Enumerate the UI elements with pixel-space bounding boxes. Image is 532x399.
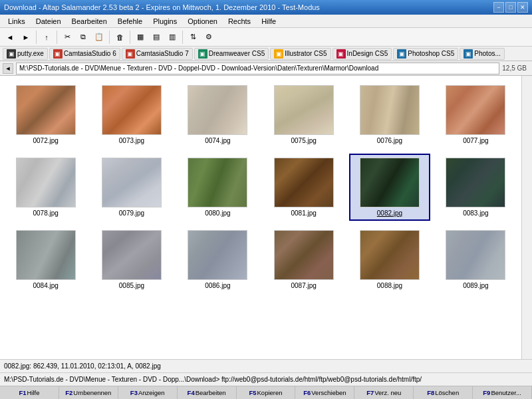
F2-label: Umbenennen xyxy=(73,389,111,396)
F4-label: Bearbeiten xyxy=(196,389,226,396)
scrollbar[interactable] xyxy=(521,76,532,359)
file-item-0082[interactable]: 0082.jpg xyxy=(349,154,430,221)
bookmark-photoshop[interactable]: ▣Photoshop CS5 xyxy=(393,48,458,60)
toolbar-sort[interactable]: ⇅ xyxy=(186,30,200,45)
file-item-0080[interactable]: 0080.jpg xyxy=(178,154,258,221)
F7-label: Verz. neu xyxy=(374,389,401,396)
toolbar-back[interactable]: ◄ xyxy=(3,30,17,45)
menu-item-rechts[interactable]: Rechts xyxy=(223,16,256,27)
file-item-0084[interactable]: 0084.jpg xyxy=(5,226,86,293)
F1-label: Hilfe xyxy=(27,389,39,396)
bookmark-photosX[interactable]: ▣Photos... xyxy=(460,48,504,60)
menu-item-hilfe[interactable]: Hilfe xyxy=(256,16,281,27)
file-label-0078: 0078.jpg xyxy=(33,209,58,217)
menu-item-dateien[interactable]: Dateien xyxy=(31,16,66,27)
toolbar-up[interactable]: ↑ xyxy=(39,30,54,45)
file-item-0077[interactable]: 0077.jpg xyxy=(436,81,516,148)
putty-label: putty.exe xyxy=(17,50,44,57)
file-item-0076[interactable]: 0076.jpg xyxy=(349,81,430,148)
menu-item-bearbeiten[interactable]: Bearbeiten xyxy=(66,16,112,27)
bookmarks-bar: ▣putty.exe▣CamtasiaStudio 6▣CamtasiaStud… xyxy=(0,47,532,61)
menu-item-optionen[interactable]: Optionen xyxy=(182,16,223,27)
bookmark-dreamweaver[interactable]: ▣Dreamweaver CS5 xyxy=(194,48,269,60)
toolbar-separator2 xyxy=(57,31,57,44)
bookmark-indesign[interactable]: ▣InDesign CS5 xyxy=(332,48,392,60)
file-thumb-0076 xyxy=(360,85,420,135)
toolbar-paste[interactable]: 📋 xyxy=(92,30,106,45)
toolbar-view1[interactable]: ▦ xyxy=(133,30,148,45)
maximize-button[interactable]: □ xyxy=(505,2,516,13)
main-area: 0072.jpg0073.jpg0074.jpg0075.jpg0076.jpg… xyxy=(0,76,532,359)
file-thumb-0081 xyxy=(274,158,334,207)
fn-key-f8[interactable]: F8Löschen xyxy=(414,386,473,399)
addr-nav-back[interactable]: ◄ xyxy=(3,63,13,74)
bookmark-putty[interactable]: ▣putty.exe xyxy=(3,48,48,60)
file-thumb-0073 xyxy=(102,85,162,135)
function-bar: F1HilfeF2UmbenennenF3AnzeigenF4Bearbeite… xyxy=(0,386,532,399)
address-input[interactable] xyxy=(16,63,499,74)
bookmark-camtasia7[interactable]: ▣CamtasiaStudio 7 xyxy=(122,48,193,60)
status-text2: M:\PSD-Tutorials.de - DVD\Menue - Textur… xyxy=(4,376,422,383)
file-label-0080: 0080.jpg xyxy=(205,209,230,217)
menu-item-plugins[interactable]: Plugins xyxy=(148,16,182,27)
toolbar-copy[interactable]: ⧉ xyxy=(76,30,90,45)
F9-label: Benutzer... xyxy=(491,389,521,396)
photosX-label: Photos... xyxy=(474,50,500,57)
F8-num: F8 xyxy=(427,389,434,396)
F8-label: Löschen xyxy=(435,389,459,396)
file-item-0078[interactable]: 0078.jpg xyxy=(5,154,86,221)
photoshop-label: Photoshop CS5 xyxy=(408,50,454,57)
photosX-icon: ▣ xyxy=(464,49,473,59)
toolbar-delete[interactable]: 🗑 xyxy=(112,30,127,45)
file-item-0072[interactable]: 0072.jpg xyxy=(5,81,86,148)
menu-item-befehle[interactable]: Befehle xyxy=(112,16,148,27)
fn-key-f4[interactable]: F4Bearbeiten xyxy=(178,386,237,399)
file-label-0087: 0087.jpg xyxy=(291,282,316,289)
file-item-0074[interactable]: 0074.jpg xyxy=(178,81,258,148)
file-thumb-0075 xyxy=(274,85,334,135)
file-label-0081: 0081.jpg xyxy=(291,209,316,217)
F5-num: F5 xyxy=(249,389,256,396)
file-thumb-0072 xyxy=(16,85,76,135)
file-thumb-0079 xyxy=(102,158,162,207)
camtasia6-label: CamtasiaStudio 6 xyxy=(64,50,116,57)
fn-key-f7[interactable]: F7Verz. neu xyxy=(354,386,414,399)
toolbar-view3[interactable]: ▥ xyxy=(165,30,180,45)
status-text1: 0082.jpg: 862.439, 11.01.2010, 02:13:01,… xyxy=(4,362,161,370)
toolbar-forward[interactable]: ► xyxy=(19,30,33,45)
file-label-0089: 0089.jpg xyxy=(463,282,488,289)
file-item-0089[interactable]: 0089.jpg xyxy=(436,226,516,293)
toolbar-filter[interactable]: ⚙ xyxy=(201,30,216,45)
fn-key-f1[interactable]: F1Hilfe xyxy=(0,386,59,399)
file-item-0075[interactable]: 0075.jpg xyxy=(263,81,344,148)
file-thumb-0089 xyxy=(446,230,505,280)
fn-key-f9[interactable]: F9Benutzer... xyxy=(473,386,532,399)
file-item-0088[interactable]: 0088.jpg xyxy=(349,226,430,293)
file-label-0076: 0076.jpg xyxy=(377,137,402,144)
bookmark-camtasia6[interactable]: ▣CamtasiaStudio 6 xyxy=(49,48,120,60)
file-item-0081[interactable]: 0081.jpg xyxy=(263,154,344,221)
file-item-0087[interactable]: 0087.jpg xyxy=(263,226,344,293)
file-item-0085[interactable]: 0085.jpg xyxy=(91,226,172,293)
file-label-0083: 0083.jpg xyxy=(463,209,488,217)
toolbar-separator3 xyxy=(109,31,110,44)
close-button[interactable]: ✕ xyxy=(517,2,528,13)
menu-item-links[interactable]: Links xyxy=(3,16,31,27)
fn-key-f2[interactable]: F2Umbenennen xyxy=(59,386,118,399)
fn-key-f5[interactable]: F5Kopieren xyxy=(237,386,296,399)
file-item-0073[interactable]: 0073.jpg xyxy=(91,81,172,148)
fn-key-f3[interactable]: F3Anzeigen xyxy=(118,386,178,399)
toolbar-separator5 xyxy=(182,31,183,44)
toolbar-view2[interactable]: ▤ xyxy=(149,30,164,45)
fn-key-f6[interactable]: F6Verschieben xyxy=(295,386,354,399)
toolbar-separator4 xyxy=(130,31,130,44)
toolbar-cut[interactable]: ✂ xyxy=(60,30,74,45)
file-item-0079[interactable]: 0079.jpg xyxy=(91,154,172,221)
file-item-0083[interactable]: 0083.jpg xyxy=(436,154,516,221)
illustrator-icon: ▣ xyxy=(274,49,283,59)
menu-bar: LinksDateienBearbeitenBefehlePluginsOpti… xyxy=(0,15,532,28)
minimize-button[interactable]: − xyxy=(493,2,504,13)
file-thumb-0086 xyxy=(188,230,247,280)
file-item-0086[interactable]: 0086.jpg xyxy=(178,226,258,293)
bookmark-illustrator[interactable]: ▣Illustrator CS5 xyxy=(270,48,331,60)
